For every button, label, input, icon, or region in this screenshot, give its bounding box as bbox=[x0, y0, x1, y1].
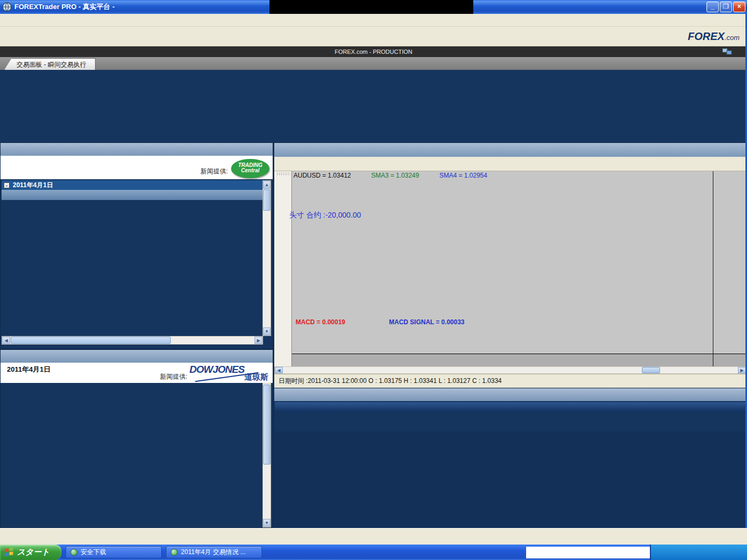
chart-status-row: 日期时间 :2011-03-31 12:00:00 O : 1.03175 H … bbox=[274, 374, 746, 388]
start-button[interactable]: スタート bbox=[0, 545, 61, 560]
price-axis[interactable] bbox=[713, 171, 746, 354]
positions-table-empty-area bbox=[275, 431, 747, 528]
scroll-right-icon[interactable]: ▶ bbox=[738, 367, 746, 373]
chart-legend: AUDUSD = 1.03412 SMA3 = 1.03249 SMA4 = 1… bbox=[293, 172, 487, 180]
app-ball-icon bbox=[70, 549, 77, 556]
quote-panels-row bbox=[0, 70, 747, 142]
analysis-vscrollbar[interactable]: ▲ ▼ bbox=[263, 180, 271, 336]
price-chart-canvas[interactable] bbox=[292, 171, 713, 354]
macd-signal-label: MACD SIGNAL = 0.00033 bbox=[389, 318, 465, 326]
news-date: 2011年4月1日 bbox=[7, 365, 51, 374]
ohlc-readout: 日期时间 :2011-03-31 12:00:00 O : 1.03175 H … bbox=[279, 377, 502, 386]
scroll-down-icon[interactable]: ▼ bbox=[263, 327, 271, 335]
positions-panel bbox=[274, 388, 747, 528]
scroll-right-icon[interactable]: ▶ bbox=[255, 337, 263, 344]
macd-value-label: MACD = 0.00019 bbox=[296, 318, 345, 326]
restore-button[interactable]: ❐ bbox=[720, 2, 732, 12]
scroll-up-icon[interactable]: ▲ bbox=[263, 181, 271, 189]
time-axis[interactable] bbox=[292, 354, 713, 366]
tab-trade-panel[interactable]: 交易面板 - 瞬间交易执行 bbox=[4, 58, 96, 70]
chart-body: AUDUSD = 1.03412 SMA3 = 1.03249 SMA4 = 1… bbox=[274, 171, 746, 366]
legend-sma3: SMA3 = 1.03249 bbox=[371, 172, 419, 180]
system-tray bbox=[650, 545, 747, 560]
legend-price: AUDUSD = 1.03412 bbox=[293, 172, 351, 180]
collapse-icon[interactable]: - bbox=[4, 182, 10, 188]
forex-logo: FOREX.com bbox=[688, 30, 740, 43]
provider-label: 新闻提供: bbox=[201, 167, 228, 176]
app-ball-icon bbox=[171, 549, 178, 556]
network-status-icon[interactable] bbox=[722, 47, 732, 55]
chart-panel: AUDUSD = 1.03412 SMA3 = 1.03249 SMA4 = 1… bbox=[274, 142, 747, 388]
legend-sma4: SMA4 = 1.02954 bbox=[439, 172, 487, 180]
main-toolbar bbox=[0, 27, 747, 46]
close-button[interactable]: × bbox=[733, 2, 745, 12]
scroll-left-icon[interactable]: ◀ bbox=[2, 337, 10, 344]
window-title: FOREXTrader PRO - 真实平台 - bbox=[14, 2, 115, 12]
news-panel: 2011年4月1日 新闻提供: DOWJONES 道琼斯 ▼ bbox=[0, 349, 273, 528]
workspace-tabstrip: 交易面板 - 瞬间交易执行 bbox=[0, 57, 747, 70]
positions-tabbar bbox=[274, 388, 746, 401]
analysis-tabbar bbox=[1, 143, 273, 156]
chart-tabbar bbox=[274, 143, 746, 157]
chart-hscrollbar[interactable]: ◀ ▶ bbox=[274, 366, 746, 374]
provider-label: 新闻提供: bbox=[160, 372, 187, 381]
scroll-handle[interactable] bbox=[642, 367, 660, 373]
scroll-left-icon[interactable]: ◀ bbox=[275, 367, 283, 373]
scroll-handle[interactable] bbox=[263, 385, 271, 465]
redacted-title-area bbox=[269, 0, 473, 14]
trading-central-logo: TRADINGCentral bbox=[231, 159, 269, 178]
analysis-group-header[interactable]: - 2011年4月1日 bbox=[2, 180, 263, 190]
account-status-bar bbox=[0, 528, 747, 545]
analysis-column-headers bbox=[2, 190, 263, 200]
forextrader-window: FOREXTrader PRO - 真实平台 - _ ❐ × FOREX.com… bbox=[0, 0, 747, 560]
news-tabbar bbox=[1, 350, 273, 363]
position-overlay-label: 头寸 合约 :-20,000.00 bbox=[289, 211, 361, 220]
chart-toolbar bbox=[274, 157, 746, 171]
redacted-taskbar-area bbox=[526, 547, 650, 558]
news-vscrollbar[interactable]: ▼ bbox=[263, 383, 271, 527]
news-list bbox=[1, 383, 264, 527]
axis-corner bbox=[713, 354, 746, 366]
analysis-panel: 新闻提供: TRADINGCentral - 2011年4月1日 ▲ ▼ ◀ ▶ bbox=[0, 142, 273, 349]
chart-tool-strip bbox=[274, 171, 292, 366]
scroll-handle[interactable] bbox=[263, 189, 271, 211]
analysis-hscrollbar[interactable]: ◀ ▶ bbox=[2, 336, 263, 345]
windows-taskbar: スタート 安全下载 2011年4月 交易情况 ... bbox=[0, 545, 747, 560]
scroll-handle[interactable] bbox=[11, 337, 171, 344]
analysis-header-strip: 新闻提供: TRADINGCentral bbox=[1, 156, 273, 179]
title-bar: FOREXTrader PRO - 真实平台 - _ ❐ × bbox=[0, 0, 747, 14]
analysis-table bbox=[2, 200, 263, 336]
app-icon bbox=[2, 2, 12, 12]
windows-flag-icon bbox=[4, 548, 14, 557]
grip-dots[interactable] bbox=[276, 172, 290, 175]
minimize-button[interactable]: _ bbox=[706, 2, 719, 12]
news-header: 2011年4月1日 新闻提供: DOWJONES 道琼斯 bbox=[1, 363, 273, 383]
menu-bar bbox=[0, 14, 747, 27]
dow-jones-logo: DOWJONES 道琼斯 bbox=[189, 364, 269, 382]
positions-column-headers bbox=[275, 402, 747, 412]
taskbar-item-download[interactable]: 安全下载 bbox=[66, 546, 162, 558]
taskbar-item-trading[interactable]: 2011年4月 交易情况 ... bbox=[166, 546, 262, 558]
production-bar: FOREX.com - PRODUCTION bbox=[0, 46, 747, 57]
scroll-down-icon[interactable]: ▼ bbox=[263, 519, 271, 527]
production-label: FOREX.com - PRODUCTION bbox=[335, 49, 412, 55]
